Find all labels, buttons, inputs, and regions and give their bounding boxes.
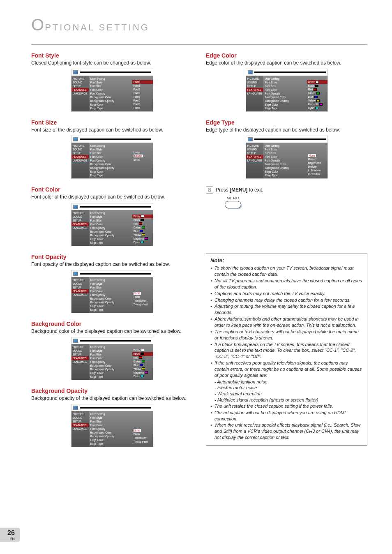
note-item: The unit retains the closed caption sett… (210, 403, 363, 409)
option-item: Translucent (132, 436, 153, 440)
note-title: Note: (210, 257, 363, 263)
menu-sidebar: PICTURESOUNDSETUPFEATURESLANGUAGE (246, 76, 263, 111)
menu-options: SolidFlashTranslucentTransparent (132, 411, 153, 447)
sidebar-item: SOUND (71, 349, 89, 353)
option-item: Yellow (307, 99, 327, 102)
hdr-initial: O (31, 16, 44, 33)
color-swatch (141, 219, 144, 221)
note-item: The caption or text characters will not … (210, 329, 363, 341)
option-item: Red (307, 88, 327, 91)
tv-icon (248, 137, 253, 141)
setting-item: Background Opacity (89, 233, 132, 237)
section-title: Background Color (31, 321, 193, 327)
setting-item: Background Opacity (89, 300, 132, 304)
sidebar-item: FEATURES (71, 155, 89, 159)
setting-item: User Setting (89, 211, 132, 215)
section-desc: Edge type of the displayed caption can b… (206, 127, 367, 133)
section: Font ColorFont color of the displayed ca… (31, 186, 193, 246)
option-item: Blue (307, 95, 327, 99)
setting-item: Background Opacity (263, 166, 307, 170)
option-item: Uniform (307, 165, 327, 169)
setting-item: Font Opacity (89, 159, 132, 162)
color-swatch (141, 349, 144, 351)
section: Edge ColorEdge color of the displayed ca… (206, 52, 367, 112)
page-lang: EN (7, 537, 15, 541)
option-item: Font6 (132, 102, 153, 106)
setting-item: Edge Color (89, 237, 132, 241)
section: Font SizeFont size of the displayed capt… (31, 119, 193, 179)
section: Edge TypeEdge type of the displayed capt… (206, 119, 367, 179)
sidebar-item: LANGUAGE (71, 427, 89, 431)
setting-item: Edge Type (263, 173, 307, 177)
setting-item: Font Opacity (263, 92, 307, 95)
step-text: Press [MENU] to exit. (216, 187, 263, 193)
menu-settings: User SettingFont StyleFont SizeFont Colo… (89, 143, 132, 178)
color-swatch (139, 222, 142, 225)
note-item: When the unit receives special effects p… (210, 422, 363, 441)
setting-item: Font Style (263, 81, 307, 84)
menu-screenshot: PICTURESOUNDSETUPFEATURESLANGUAGEUser Se… (71, 69, 153, 112)
color-swatch (316, 81, 319, 83)
menu-options: WhiteBlackRedGreenBlueYellowMagentaCyan (132, 210, 153, 246)
color-swatch (142, 226, 145, 229)
setting-item: Background Color (89, 297, 132, 300)
page-header: O PTIONAL SETTING (31, 16, 367, 33)
menu-options: Font0Font1Font2Font3Font4Font5Font6Font7 (132, 76, 153, 111)
option-item: Green (307, 91, 327, 95)
color-swatch (319, 103, 323, 106)
setting-item: Font Style (263, 148, 307, 151)
setting-item: Font Size (89, 84, 132, 88)
menu-options: LargeMiddleSmall (132, 143, 153, 178)
setting-item: Background Color (89, 431, 132, 434)
menu-settings: User SettingFont StyleFont SizeFont Colo… (89, 344, 132, 380)
setting-item: Font Style (89, 81, 132, 84)
option-item: White (132, 215, 153, 218)
menu-options: SolidFlashTranslucentTransparent (132, 277, 153, 313)
section-desc: Font color of the displayed caption can … (31, 194, 193, 200)
setting-item: Edge Color (89, 304, 132, 308)
section-desc: Background color of the displayed captio… (31, 328, 193, 335)
option-item: Cyan (132, 240, 153, 244)
note-subitem: - Electric motor noise (210, 385, 363, 391)
sidebar-item: LANGUAGE (71, 226, 89, 230)
note-item: Abbreviations, symbols and other grammat… (210, 316, 363, 328)
tv-icon (73, 137, 78, 141)
option-item: Raised (307, 157, 327, 161)
tv-icon (73, 406, 78, 410)
section-title: Font Size (31, 119, 193, 126)
setting-item: Edge Type (89, 375, 132, 379)
setting-item: Font Style (89, 282, 132, 286)
note-subitem: - Multiplex signal reception (ghosts or … (210, 397, 363, 403)
setting-item: Font Opacity (89, 92, 132, 95)
setting-item: Edge Color (263, 170, 307, 173)
option-item: Font7 (132, 106, 153, 110)
option-item: Large (132, 150, 153, 154)
section-desc: Font size of the displayed caption can b… (31, 127, 193, 133)
menu-sidebar: PICTURESOUNDSETUPFEATURESLANGUAGE (71, 210, 89, 246)
option-item: Black (132, 352, 153, 356)
menu-settings: User SettingFont StyleFont SizeFont Colo… (89, 411, 132, 447)
section: Font OpacityFont opacity of the displaye… (31, 254, 193, 313)
menu-settings: User SettingFont StyleFont SizeFont Colo… (89, 210, 132, 246)
menu-screenshot: PICTURESOUNDSETUPFEATURESLANGUAGEUser Se… (71, 404, 153, 447)
note-list: The unit retains the closed caption sett… (210, 403, 363, 441)
setting-item: User Setting (263, 77, 307, 81)
menu-sidebar: PICTURESOUNDSETUPFEATURESLANGUAGE (71, 277, 89, 313)
color-swatch (314, 88, 317, 91)
option-item: Magenta (307, 102, 327, 106)
note-subitem: - Automobile ignition noise (210, 379, 363, 385)
menu-screenshot: PICTURESOUNDSETUPFEATURESLANGUAGEUser Se… (246, 69, 328, 112)
sidebar-item: FEATURES (246, 155, 263, 159)
tv-icon (248, 70, 253, 74)
option-item: Blue (132, 229, 153, 233)
setting-item: Background Opacity (89, 434, 132, 438)
sidebar-item: SOUND (71, 148, 89, 151)
color-swatch (315, 85, 318, 87)
setting-item: Font Color (89, 423, 132, 427)
color-swatch (145, 237, 148, 240)
left-column: Font StyleClosed Captioning font style c… (31, 52, 193, 455)
option-item: R.Shadow (307, 172, 327, 176)
setting-item: Font Color (89, 222, 132, 226)
menu-screenshot: PICTURESOUNDSETUPFEATURESLANGUAGEUser Se… (71, 337, 153, 380)
menu-screenshot: PICTURESOUNDSETUPFEATURESLANGUAGEUser Se… (71, 136, 153, 179)
